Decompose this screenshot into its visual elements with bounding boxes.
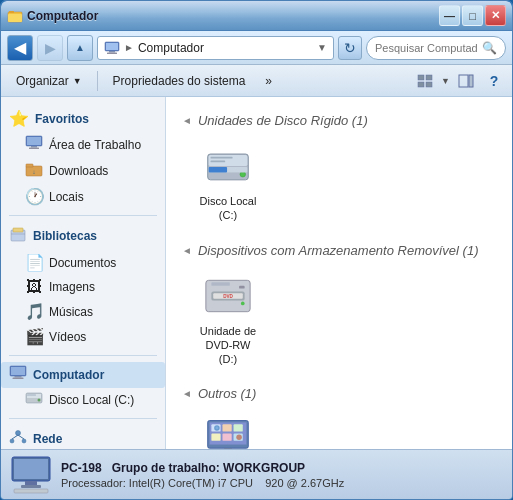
toolbar-right: ▼ ?	[413, 69, 506, 93]
sidebar-divider-3	[9, 418, 157, 419]
sidebar-item-desktop-label: Área de Trabalho	[49, 138, 141, 152]
sidebar-item-videos[interactable]: 🎬 Vídeos	[1, 324, 165, 349]
sidebar-divider-1	[9, 215, 157, 216]
svg-point-32	[10, 439, 14, 443]
sidebar-item-disco-label: Disco Local (C:)	[49, 393, 134, 407]
close-button[interactable]: ✕	[485, 5, 506, 26]
file-grid-hdd: Disco Local (C:)	[182, 138, 496, 227]
svg-rect-55	[211, 434, 220, 441]
svg-point-29	[38, 399, 41, 402]
maximize-button[interactable]: □	[462, 5, 483, 26]
sidebar-section-computer: Computador Disco Local (C:)	[1, 362, 165, 412]
svg-rect-38	[210, 157, 232, 159]
svg-rect-67	[14, 489, 48, 493]
file-item-dvd-label: Unidade de DVD-RW (D:)	[200, 324, 256, 367]
sidebar-item-musicas-label: Músicas	[49, 305, 93, 319]
status-bar: PC-198 Grupo de trabalho: WORKGROUP Proc…	[1, 449, 512, 499]
help-button[interactable]: ?	[482, 69, 506, 93]
properties-button[interactable]: Propriedades do sistema	[104, 69, 255, 93]
path-arrow: ►	[124, 42, 134, 53]
view-icon	[417, 74, 433, 88]
svg-point-61	[216, 427, 219, 430]
svg-rect-18	[26, 164, 33, 167]
svg-rect-7	[418, 75, 424, 80]
refresh-button[interactable]: ↻	[338, 36, 362, 60]
organize-button[interactable]: Organizar ▼	[7, 69, 91, 93]
musicas-icon: 🎵	[25, 302, 43, 321]
sidebar-group-computer[interactable]: Computador	[1, 362, 165, 388]
svg-rect-47	[239, 285, 245, 288]
back-button[interactable]: ◀	[7, 35, 33, 61]
file-grid-others: Painel de Controle	[182, 411, 496, 449]
disco-local-icon	[25, 391, 43, 409]
sidebar-item-imagens[interactable]: 🖼 Imagens	[1, 275, 165, 299]
svg-rect-30	[27, 395, 36, 396]
section-dvd-header: Dispositivos com Armazenamento Removível…	[182, 243, 496, 258]
network-label: Rede	[33, 432, 62, 446]
sidebar-item-locais[interactable]: 🕐 Locais	[1, 184, 165, 209]
file-item-controlpanel[interactable]: Painel de Controle	[192, 411, 264, 449]
file-area: Unidades de Disco Rígido (1)	[166, 97, 512, 449]
svg-rect-64	[14, 459, 48, 479]
search-input[interactable]	[375, 42, 478, 54]
more-button[interactable]: »	[256, 69, 281, 93]
svg-rect-6	[107, 52, 117, 54]
search-box: 🔍	[366, 36, 506, 60]
documentos-icon: 📄	[25, 253, 43, 272]
main-content: ⭐ Favoritos Área de Trabalho	[1, 97, 512, 449]
preview-icon	[458, 74, 474, 88]
status-processor: Processador: Intel(R) Core(TM) i7 CPU 92…	[61, 477, 344, 489]
libraries-icon	[9, 226, 27, 246]
path-dropdown-arrow[interactable]: ▼	[317, 42, 327, 53]
favorites-label: Favoritos	[35, 112, 89, 126]
title-bar: Computador — □ ✕	[1, 1, 512, 31]
computer-label: Computador	[33, 368, 104, 382]
status-computer-name: PC-198 Grupo de trabalho: WORKGROUP	[61, 461, 344, 475]
svg-point-48	[241, 301, 245, 305]
sidebar-item-imagens-label: Imagens	[49, 280, 95, 294]
favorites-icon: ⭐	[9, 109, 29, 128]
sidebar-section-network: Rede	[1, 425, 165, 449]
svg-rect-11	[459, 75, 468, 87]
address-path[interactable]: ► Computador ▼	[97, 36, 334, 60]
sidebar-item-musicas[interactable]: 🎵 Músicas	[1, 299, 165, 324]
svg-rect-26	[13, 378, 24, 380]
svg-rect-39	[210, 160, 225, 162]
svg-line-35	[18, 435, 24, 439]
up-button[interactable]: ▲	[67, 35, 93, 61]
svg-point-62	[236, 435, 242, 441]
locais-icon: 🕐	[25, 187, 43, 206]
minimize-button[interactable]: —	[439, 5, 460, 26]
sidebar-item-videos-label: Vídeos	[49, 330, 86, 344]
status-info: PC-198 Grupo de trabalho: WORKGROUP Proc…	[61, 461, 344, 489]
preview-pane-button[interactable]	[454, 69, 478, 93]
file-item-disco-local[interactable]: Disco Local (C:)	[192, 138, 264, 227]
sidebar-group-favorites: ⭐ Favoritos	[1, 105, 165, 132]
sidebar-item-disco-local[interactable]: Disco Local (C:)	[1, 388, 165, 412]
file-item-dvd[interactable]: DVD Unidade de DVD-RW (D:)	[192, 268, 264, 371]
sidebar-item-downloads[interactable]: ↓ Downloads	[1, 158, 165, 184]
sidebar-item-documentos[interactable]: 📄 Documentos	[1, 250, 165, 275]
forward-button[interactable]: ▶	[37, 35, 63, 61]
svg-rect-8	[426, 75, 432, 80]
path-segment-computador: Computador	[138, 41, 204, 55]
svg-rect-2	[9, 11, 14, 13]
imagens-icon: 🖼	[25, 278, 43, 296]
svg-rect-25	[15, 376, 22, 378]
toolbar: Organizar ▼ Propriedades do sistema » ▼	[1, 65, 512, 97]
section-others-header: Outros (1)	[182, 386, 496, 401]
file-item-disco-local-label: Disco Local (C:)	[200, 194, 257, 223]
properties-label: Propriedades do sistema	[113, 74, 246, 88]
svg-text:↓: ↓	[33, 169, 36, 175]
svg-line-34	[12, 435, 18, 439]
change-view-button[interactable]	[413, 69, 437, 93]
sidebar-group-network[interactable]: Rede	[1, 425, 165, 449]
view-arrow[interactable]: ▼	[441, 76, 450, 86]
sidebar-item-desktop[interactable]: Área de Trabalho	[1, 132, 165, 158]
svg-rect-10	[426, 82, 432, 87]
svg-rect-49	[211, 282, 229, 286]
title-controls: — □ ✕	[439, 5, 506, 26]
downloads-icon: ↓	[25, 161, 43, 181]
dvd-icon: DVD	[204, 272, 252, 320]
hdd-icon	[204, 142, 252, 190]
